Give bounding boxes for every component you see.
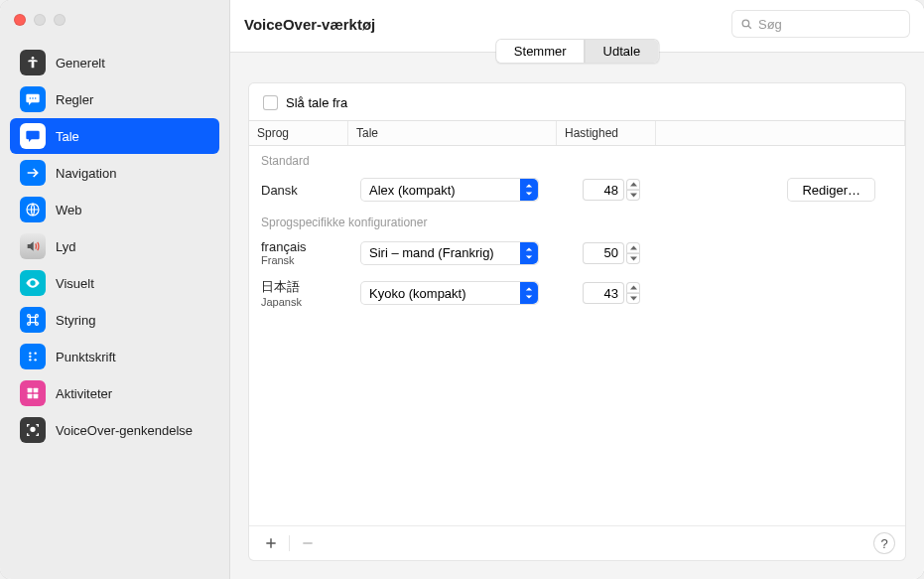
- sidebar-item-label: Styring: [56, 313, 95, 328]
- sidebar-item-label: VoiceOver-genkendelse: [56, 423, 193, 438]
- sidebar-item-label: Web: [56, 203, 82, 217]
- tab-switcher: Stemmer Udtale: [495, 39, 659, 64]
- speech-bubble-icon: [20, 123, 46, 149]
- sidebar-item-speech[interactable]: Tale: [10, 118, 219, 154]
- sidebar-item-verbosity[interactable]: Regler: [10, 81, 219, 117]
- sidebar: Generelt Regler Tale Navigation Web: [0, 0, 230, 579]
- plus-icon: [264, 536, 278, 550]
- mute-speech-row: Slå tale fra: [249, 83, 905, 120]
- accessibility-icon: [20, 50, 46, 75]
- mute-speech-label: Slå tale fra: [286, 95, 347, 110]
- command-icon: [20, 307, 46, 333]
- window: Generelt Regler Tale Navigation Web: [0, 0, 924, 579]
- section-specific: Sprogspecifikke konfigurationer: [249, 208, 905, 233]
- window-title: VoiceOver-værktøj: [244, 16, 722, 33]
- sidebar-item-sound[interactable]: Lyd: [10, 228, 219, 264]
- sidebar-item-label: Visuelt: [56, 276, 94, 291]
- main-area: VoiceOver-værktøj Søg Stemmer Udtale Slå…: [230, 0, 924, 579]
- search-icon: [740, 18, 753, 31]
- maximize-window-button[interactable]: [54, 14, 66, 26]
- sidebar-item-label: Punktskrift: [56, 350, 116, 364]
- section-default: Standard: [249, 146, 905, 172]
- content-pane: Stemmer Udtale Slå tale fra Sprog Tale H…: [230, 52, 924, 579]
- activities-icon: [20, 380, 46, 406]
- speaker-icon: [20, 233, 46, 259]
- speed-cell: 50: [569, 242, 668, 264]
- voice-cell: Siri – mand (Frankrig): [360, 241, 569, 265]
- remove-language-button[interactable]: [296, 532, 320, 554]
- add-language-button[interactable]: [259, 532, 283, 554]
- edit-button[interactable]: Rediger…: [787, 178, 875, 202]
- svg-rect-13: [28, 394, 33, 399]
- minimize-window-button[interactable]: [34, 14, 46, 26]
- language-cell: 日本語 Japansk: [261, 278, 360, 308]
- svg-point-8: [29, 359, 31, 361]
- svg-point-1: [30, 97, 32, 99]
- svg-rect-14: [34, 394, 39, 399]
- language-subtitle: Fransk: [261, 254, 360, 266]
- mute-speech-checkbox[interactable]: [263, 95, 278, 110]
- sidebar-item-visuals[interactable]: Visuelt: [10, 265, 219, 301]
- chevron-up-down-icon: [520, 242, 538, 264]
- recognition-icon: [20, 417, 46, 443]
- close-window-button[interactable]: [14, 14, 26, 26]
- language-name: Dansk: [261, 183, 360, 198]
- stepper-up[interactable]: [626, 179, 640, 190]
- speed-input-default[interactable]: 48: [583, 179, 624, 201]
- sidebar-item-general[interactable]: Generelt: [10, 45, 219, 80]
- chevron-up-down-icon: [520, 282, 538, 304]
- sidebar-item-web[interactable]: Web: [10, 192, 219, 227]
- speed-stepper-japanese: [626, 282, 640, 304]
- arrow-right-icon: [20, 160, 46, 186]
- tab-pronunciation[interactable]: Udtale: [585, 40, 659, 63]
- sidebar-item-braille[interactable]: Punktskrift: [10, 339, 219, 374]
- sidebar-item-label: Generelt: [56, 56, 105, 71]
- voice-dropdown-value: Alex (kompakt): [361, 183, 520, 198]
- speed-cell: 48: [569, 179, 668, 201]
- language-name: 日本語: [261, 278, 360, 296]
- column-spacer: [656, 121, 905, 145]
- speed-input-french[interactable]: 50: [583, 242, 624, 264]
- sidebar-item-navigation[interactable]: Navigation: [10, 155, 219, 191]
- voice-dropdown-default[interactable]: Alex (kompakt): [360, 178, 539, 202]
- speed-cell: 43: [569, 282, 668, 304]
- panel-footer: ?: [249, 525, 905, 560]
- svg-point-10: [34, 359, 36, 361]
- voice-dropdown-french[interactable]: Siri – mand (Frankrig): [360, 241, 539, 265]
- sidebar-item-label: Lyd: [56, 239, 75, 254]
- voice-dropdown-japanese[interactable]: Kyoko (kompakt): [360, 281, 539, 305]
- help-button[interactable]: ?: [873, 532, 895, 554]
- speed-input-japanese[interactable]: 43: [583, 282, 624, 304]
- language-row-default[interactable]: Dansk Alex (kompakt) 48: [249, 172, 905, 208]
- language-row-japanese[interactable]: 日本語 Japansk Kyoko (kompakt) 43: [249, 272, 905, 314]
- svg-point-6: [29, 352, 31, 354]
- language-name: français: [261, 239, 360, 254]
- tab-voices[interactable]: Stemmer: [496, 40, 585, 63]
- column-speed[interactable]: Hastighed: [557, 121, 656, 145]
- stepper-up[interactable]: [626, 242, 640, 253]
- table-header: Sprog Tale Hastighed: [249, 120, 905, 146]
- braille-icon: [20, 344, 46, 369]
- stepper-down[interactable]: [626, 293, 640, 304]
- sidebar-item-activities[interactable]: Aktiviteter: [10, 375, 219, 411]
- stepper-down[interactable]: [626, 253, 640, 264]
- stepper-up[interactable]: [626, 282, 640, 293]
- language-row-french[interactable]: français Fransk Siri – mand (Frankrig) 5…: [249, 233, 905, 272]
- column-language[interactable]: Sprog: [249, 121, 348, 145]
- speed-stepper-default: [626, 179, 640, 201]
- separator: [289, 535, 290, 551]
- column-voice[interactable]: Tale: [348, 121, 557, 145]
- speed-stepper-french: [626, 242, 640, 264]
- svg-rect-12: [34, 388, 39, 393]
- voice-dropdown-value: Siri – mand (Frankrig): [361, 245, 520, 260]
- voice-cell: Kyoko (kompakt): [360, 281, 569, 305]
- sidebar-item-commanders[interactable]: Styring: [10, 302, 219, 338]
- search-input[interactable]: Søg: [731, 10, 910, 38]
- stepper-down[interactable]: [626, 190, 640, 201]
- chat-icon: [20, 86, 46, 112]
- search-placeholder: Søg: [758, 17, 782, 32]
- sidebar-item-recognition[interactable]: VoiceOver-genkendelse: [10, 412, 219, 448]
- voice-cell: Alex (kompakt): [360, 178, 569, 202]
- sidebar-item-label: Regler: [56, 92, 93, 107]
- minus-icon: [301, 536, 315, 550]
